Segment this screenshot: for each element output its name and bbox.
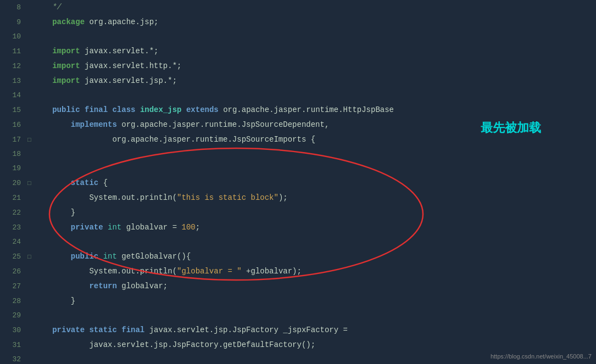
website-watermark: https://blog.csdn.net/weixin_45008...7 (491, 353, 592, 360)
line-28: 28 } (0, 294, 596, 309)
line-25: 25 □ public int getGlobalvar(){ (0, 249, 596, 264)
line-17: 17 □ org.apache.jasper.runtime.JspSource… (0, 132, 596, 147)
code-editor: 8 */ 9 package org.apache.jsp; 10 11 imp… (0, 0, 596, 364)
line-13: 13 import javax.servlet.jsp.*; (0, 74, 596, 88)
line-16: 16 implements org.apache.jasper.runtime.… (0, 117, 596, 132)
line-8: 8 */ (0, 0, 596, 15)
line-9: 9 package org.apache.jsp; (0, 15, 596, 30)
line-18: 18 (0, 147, 596, 161)
line-22: 22 } (0, 205, 596, 220)
line-30: 30 private static final javax.servlet.js… (0, 323, 596, 338)
line-29: 29 (0, 309, 596, 323)
line-27: 27 return globalvar; (0, 279, 596, 294)
line-21: 21 System.out.println("this is static bl… (0, 191, 596, 205)
line-11: 11 import javax.servlet.*; (0, 44, 596, 59)
line-24: 24 (0, 235, 596, 249)
code-lines: 8 */ 9 package org.apache.jsp; 10 11 imp… (0, 0, 596, 364)
line-20: 20 □ static { (0, 176, 596, 191)
line-26: 26 System.out.println("globalvar = " +gl… (0, 264, 596, 279)
line-10: 10 (0, 30, 596, 44)
line-19: 19 (0, 161, 596, 176)
line-23: 23 private int globalvar = 100; (0, 220, 596, 235)
line-31: 31 javax.servlet.jsp.JspFactory.getDefau… (0, 338, 596, 352)
line-12: 12 import javax.servlet.http.*; (0, 59, 596, 74)
line-15: 15 public final class index_jsp extends … (0, 103, 596, 117)
line-14: 14 (0, 88, 596, 103)
